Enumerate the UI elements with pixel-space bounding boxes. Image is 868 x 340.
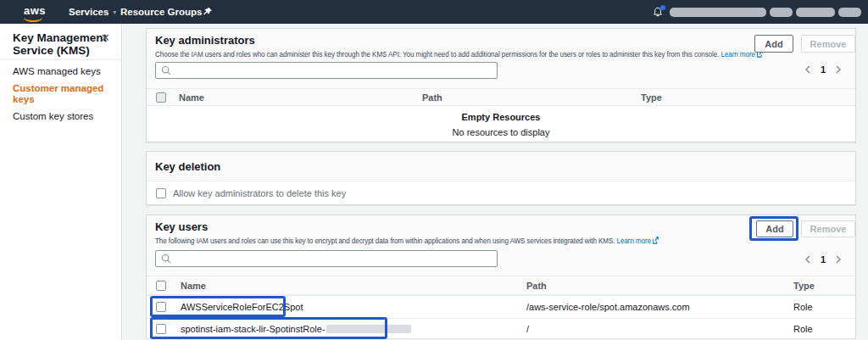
key-users-search-input[interactable] xyxy=(175,254,492,264)
redacted-account-info xyxy=(838,8,861,17)
row-checkbox[interactable] xyxy=(156,302,166,312)
kms-sidebar: Key Management Service (KMS) ✕ AWS manag… xyxy=(0,24,122,340)
key-administrators-panel: Key administrators Choose the IAM users … xyxy=(146,28,856,142)
select-all-checkbox[interactable] xyxy=(156,92,166,103)
administrators-empty-state: Empty Resources No resources to display xyxy=(147,106,855,142)
chevron-right-icon[interactable] xyxy=(835,65,842,74)
redacted-account-info xyxy=(770,8,793,17)
role-path: /aws-service-role/spot.amazonaws.com xyxy=(526,302,690,312)
kms-console-screen: aws Services ▾ Resource Groups ▾ Key Man… xyxy=(0,0,868,340)
role-name: AWSServiceRoleForEC2Spot xyxy=(181,302,303,312)
chevron-down-icon: ▾ xyxy=(113,8,116,16)
key-administrators-description: Choose the IAM users and roles who can a… xyxy=(155,49,763,59)
role-name: spotinst-iam-stack-lir-SpotinstRole- xyxy=(181,324,411,334)
page-number[interactable]: 1 xyxy=(821,64,826,75)
key-deletion-row: Allow key administrators to delete this … xyxy=(147,181,855,204)
search-icon xyxy=(161,254,171,264)
remove-administrator-button[interactable]: Remove xyxy=(801,35,855,53)
sidebar-item-aws-managed-keys[interactable]: AWS managed keys xyxy=(13,66,121,77)
select-all-checkbox[interactable] xyxy=(156,281,166,291)
sidebar-item-customer-managed-keys[interactable]: Customer managed keys xyxy=(13,83,121,105)
empty-state-title: Empty Resources xyxy=(147,112,855,122)
row-checkbox[interactable] xyxy=(156,324,166,334)
description-text: Choose the IAM users and roles who can a… xyxy=(155,49,719,59)
key-deletion-title: Key deletion xyxy=(155,160,220,173)
description-text: The following IAM users and roles can us… xyxy=(155,236,615,245)
page-number[interactable]: 1 xyxy=(821,254,826,265)
role-type: Role xyxy=(793,302,813,312)
close-icon[interactable]: ✕ xyxy=(101,32,110,43)
column-header-type: Type xyxy=(641,92,662,103)
add-key-user-button[interactable]: Add xyxy=(756,220,793,237)
administrators-table-header: Name Path Type xyxy=(147,88,855,106)
role-type: Role xyxy=(793,324,813,334)
redacted-role-suffix xyxy=(326,325,411,333)
sidebar-item-custom-key-stores[interactable]: Custom key stores xyxy=(13,111,121,122)
allow-deletion-checkbox[interactable] xyxy=(156,188,166,198)
column-header-type: Type xyxy=(793,281,815,291)
key-users-pagination: 1 xyxy=(804,254,842,265)
key-deletion-panel: Key deletion Allow key administrators to… xyxy=(146,151,856,205)
chevron-left-icon[interactable] xyxy=(804,65,811,74)
key-users-description: The following IAM users and roles can us… xyxy=(155,236,659,245)
table-row[interactable]: spotinst-iam-stack-lir-SpotinstRole- / R… xyxy=(147,318,855,338)
administrators-search-input[interactable] xyxy=(175,65,492,75)
redacted-account-info xyxy=(796,8,835,17)
key-users-search xyxy=(155,250,498,267)
notification-badge-dot xyxy=(660,5,665,10)
main-content: Key administrators Choose the IAM users … xyxy=(123,24,868,340)
aws-logo-text: aws xyxy=(24,4,46,17)
search-icon xyxy=(161,65,171,75)
add-administrator-button[interactable]: Add xyxy=(754,35,793,53)
table-row[interactable]: AWSServiceRoleForEC2Spot /aws-service-ro… xyxy=(147,295,855,318)
chevron-left-icon[interactable] xyxy=(804,255,811,264)
nav-services-label: Services xyxy=(69,7,108,17)
top-navbar: aws Services ▾ Resource Groups ▾ xyxy=(0,0,868,24)
key-users-table-header: Name Path Type xyxy=(147,276,855,295)
column-header-name: Name xyxy=(179,92,204,103)
key-administrators-title: Key administrators xyxy=(155,34,255,47)
empty-state-message: No resources to display xyxy=(147,127,855,137)
nav-services-menu[interactable]: Services ▾ xyxy=(69,0,116,24)
nav-resource-groups-label: Resource Groups xyxy=(120,7,203,17)
sidebar-divider xyxy=(0,59,121,60)
column-header-name: Name xyxy=(181,281,206,291)
key-users-title: Key users xyxy=(155,220,208,233)
aws-smile-icon xyxy=(24,17,42,22)
external-link-icon xyxy=(653,237,659,244)
remove-key-user-button[interactable]: Remove xyxy=(801,220,855,237)
role-path: / xyxy=(526,324,529,334)
allow-deletion-label: Allow key administrators to delete this … xyxy=(173,188,346,198)
nav-resource-groups-menu[interactable]: Resource Groups ▾ xyxy=(120,0,210,24)
redacted-account-info xyxy=(670,8,766,17)
column-header-path: Path xyxy=(526,281,547,291)
sidebar-title: Key Management Service (KMS) xyxy=(13,31,108,57)
key-users-panel: Key users The following IAM users and ro… xyxy=(146,215,856,338)
chevron-right-icon[interactable] xyxy=(835,255,842,264)
administrators-pagination: 1 xyxy=(804,64,842,75)
notifications-bell-icon[interactable] xyxy=(652,0,664,24)
learn-more-link[interactable]: Learn more xyxy=(617,236,659,245)
sidebar-nav: AWS managed keys Customer managed keys C… xyxy=(13,66,121,122)
administrators-search xyxy=(155,62,498,79)
pin-icon[interactable] xyxy=(203,0,213,24)
column-header-path: Path xyxy=(422,92,442,103)
aws-logo[interactable]: aws xyxy=(24,0,46,24)
